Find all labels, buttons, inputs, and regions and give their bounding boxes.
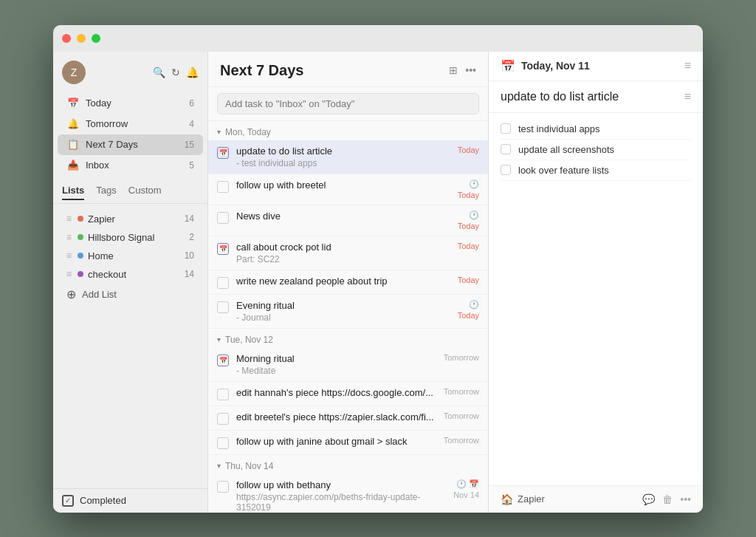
list-dot-checkout	[78, 271, 83, 277]
task-row-4[interactable]: 📅 call about crock pot lid Part: SC22 To…	[208, 236, 488, 270]
detail-task-title-bar: update to do list article ≡	[489, 81, 703, 113]
task-row-3[interactable]: News dive 🕐 Today	[208, 205, 488, 236]
task-meta-4: Today	[458, 242, 479, 250]
list-dot-zapier	[78, 216, 83, 222]
task-row-10[interactable]: follow up with janine about gmail > slac…	[208, 431, 488, 455]
tab-custom[interactable]: Custom	[128, 185, 162, 200]
list-dot-home	[78, 253, 83, 259]
task-sub-4: Part: SC22	[236, 254, 453, 264]
footer-comment-icon[interactable]: 💬	[642, 493, 655, 505]
completed-label: Completed	[80, 495, 126, 506]
maximize-button[interactable]	[92, 34, 100, 43]
task-checkbox-3[interactable]	[217, 212, 229, 224]
task-checkbox-6[interactable]	[217, 301, 229, 313]
hamburger-icon: ≡	[66, 213, 72, 224]
task-meta-11: 🕐 📅 Nov 14	[453, 479, 479, 499]
hamburger-icon-3: ≡	[66, 250, 72, 261]
inbox-label: Inbox	[86, 160, 189, 171]
list-item-hillsboro[interactable]: ≡ Hillsboro Signal 2	[58, 228, 203, 247]
task-row-11[interactable]: follow up with bethany https://async.zap…	[208, 474, 488, 513]
subtask-row-1[interactable]: test individual apps	[501, 119, 691, 140]
task-name-9: edit breetel's piece https://zapier.slac…	[236, 411, 439, 423]
calendar-icon-1: 📅	[219, 149, 227, 157]
sidebar-item-inbox[interactable]: 📥 Inbox 5	[58, 155, 203, 176]
sidebar-footer: ✓ Completed	[53, 488, 207, 513]
list-item-checkout[interactable]: ≡ checkout 14	[58, 265, 203, 284]
task-row-2[interactable]: follow up with breetel 🕐 Today	[208, 174, 488, 205]
titlebar	[53, 25, 703, 52]
task-name-10: follow up with janine about gmail > slac…	[236, 436, 439, 447]
detail-date: Today, Nov 11	[521, 60, 590, 72]
task-sub-11: https://async.zapier.com/p/beths-friday-…	[236, 492, 449, 513]
task-row-9[interactable]: edit breetel's piece https://zapier.slac…	[208, 406, 488, 431]
subtask-check-3[interactable]	[501, 165, 511, 175]
task-list-title: Next 7 Days	[220, 62, 449, 79]
task-checkbox-2[interactable]	[217, 181, 229, 193]
day-arrow-thu: ▾	[217, 462, 221, 470]
task-checkbox-5[interactable]	[217, 277, 229, 289]
refresh-icon[interactable]: ↻	[171, 66, 180, 78]
task-name-7: Morning ritual	[236, 353, 439, 364]
hamburger-icon-4: ≡	[66, 269, 72, 279]
bell-icon[interactable]: 🔔	[186, 66, 199, 78]
sidebar-nav: 📅 Today 6 🔔 Tomorrow 4 📋 Next 7 Days 15 …	[53, 90, 207, 179]
next7days-label: Next 7 Days	[86, 139, 185, 150]
task-filter-icon[interactable]: ⊞	[449, 64, 458, 76]
footer-source-icon: 🏠	[501, 493, 513, 505]
task-row-1[interactable]: 📅 update to do list article - test indiv…	[208, 140, 488, 174]
subtask-check-1[interactable]	[501, 123, 511, 134]
detail-overflow-icon[interactable]: ≡	[684, 90, 691, 103]
task-row-8[interactable]: edit hannah's piece https://docs.google.…	[208, 382, 488, 406]
day-section-header-thu: ▾ Thu, Nov 14	[208, 455, 488, 474]
task-more-icon[interactable]: •••	[465, 64, 476, 76]
footer-more-icon[interactable]: •••	[680, 493, 691, 505]
sidebar-item-today[interactable]: 📅 Today 6	[58, 93, 203, 114]
task-checkbox-11[interactable]	[217, 481, 229, 493]
avatar: Z	[62, 61, 86, 84]
task-checkbox-4[interactable]: 📅	[217, 243, 229, 255]
sidebar-item-next7days[interactable]: 📋 Next 7 Days 15	[58, 134, 203, 155]
subtask-row-3[interactable]: look over feature lists	[501, 160, 691, 181]
tomorrow-count: 4	[189, 119, 194, 129]
list-count-checkout: 14	[185, 269, 194, 279]
clock-icon-11: 🕐	[456, 479, 467, 489]
sidebar-tabs: Lists Tags Custom	[53, 179, 207, 204]
list-item-home[interactable]: ≡ Home 10	[58, 247, 203, 265]
subtask-check-2[interactable]	[501, 144, 511, 154]
subtask-row-2[interactable]: update all screenshots	[501, 140, 691, 160]
close-button[interactable]	[62, 34, 71, 43]
task-scroll[interactable]: ▾ Mon, Today 📅 update to do list article…	[208, 121, 488, 513]
task-row-6[interactable]: Evening ritual - Journal 🕐 Today	[208, 295, 488, 329]
task-date-9: Tomorrow	[444, 411, 479, 420]
footer-trash-icon[interactable]: 🗑	[662, 493, 673, 505]
search-icon[interactable]: 🔍	[153, 66, 165, 78]
add-list-label: Add List	[82, 289, 117, 300]
task-checkbox-1[interactable]: 📅	[217, 147, 229, 159]
add-task-input[interactable]	[217, 93, 479, 114]
tab-tags[interactable]: Tags	[96, 185, 116, 200]
completed-item[interactable]: ✓ Completed	[62, 495, 199, 507]
sidebar-item-tomorrow[interactable]: 🔔 Tomorrow 4	[58, 114, 203, 134]
task-checkbox-7[interactable]: 📅	[217, 355, 229, 366]
detail-subtasks: test individual apps update all screensh…	[489, 113, 703, 485]
task-info-8: edit hannah's piece https://docs.google.…	[236, 387, 439, 398]
inbox-count: 5	[189, 160, 194, 171]
task-info-10: follow up with janine about gmail > slac…	[236, 436, 439, 447]
task-checkbox-9[interactable]	[217, 413, 229, 425]
add-icon: ⊕	[66, 287, 76, 301]
list-count-hillsboro: 2	[189, 232, 194, 242]
minimize-button[interactable]	[77, 34, 86, 43]
task-row-7[interactable]: 📅 Morning ritual - Meditate Tomorrow	[208, 348, 488, 382]
cal-icon-11: 📅	[469, 479, 479, 489]
task-checkbox-10[interactable]	[217, 437, 229, 449]
task-checkbox-8[interactable]	[217, 389, 229, 400]
task-date-5: Today	[458, 276, 479, 284]
add-list-button[interactable]: ⊕ Add List	[58, 284, 203, 305]
task-date-11: Nov 14	[453, 490, 479, 499]
detail-menu-icon[interactable]: ≡	[684, 59, 691, 72]
list-item-zapier[interactable]: ≡ Zapier 14	[58, 210, 203, 228]
tomorrow-icon: 🔔	[66, 117, 80, 131]
tab-lists[interactable]: Lists	[62, 185, 84, 200]
task-name-6: Evening ritual	[236, 300, 453, 311]
task-row-5[interactable]: write new zealand people about trip Toda…	[208, 270, 488, 295]
